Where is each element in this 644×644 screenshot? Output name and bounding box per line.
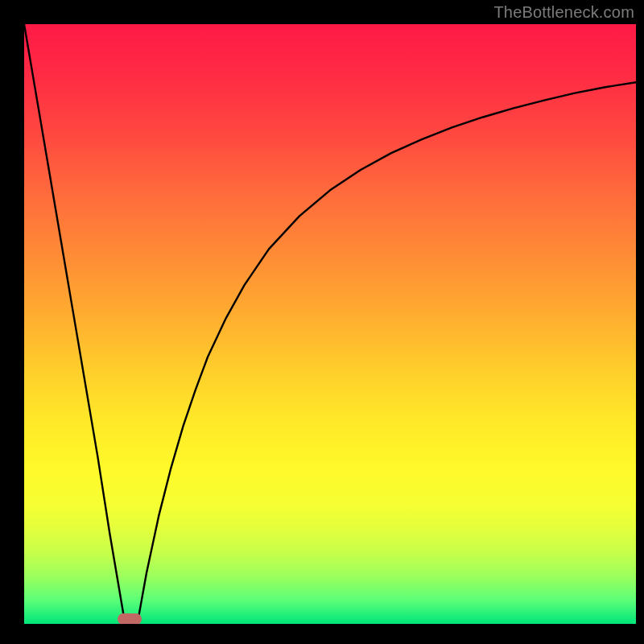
plot-area [24, 24, 636, 624]
curve-right-branch [138, 82, 636, 624]
bottleneck-marker [118, 613, 142, 624]
curve-left-branch [24, 24, 125, 624]
watermark-text: TheBottleneck.com [493, 3, 634, 22]
chart-stage: TheBottleneck.com [0, 0, 644, 644]
curve-layer [24, 24, 636, 624]
